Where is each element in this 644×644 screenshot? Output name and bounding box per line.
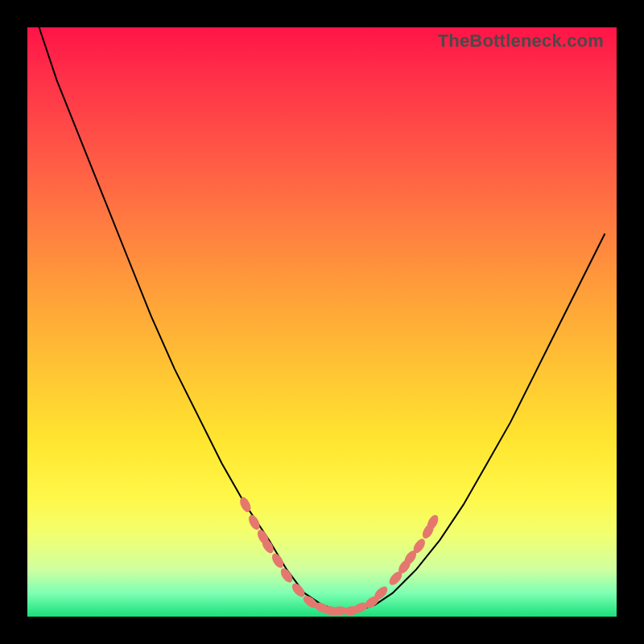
- chart-frame: TheBottleneck.com: [0, 0, 644, 644]
- curve-marker: [237, 495, 253, 514]
- marker-group: [237, 495, 440, 616]
- curve-layer: [27, 27, 617, 617]
- curve-marker: [246, 513, 262, 531]
- bottleneck-curve: [39, 27, 605, 611]
- plot-area: TheBottleneck.com: [27, 27, 617, 617]
